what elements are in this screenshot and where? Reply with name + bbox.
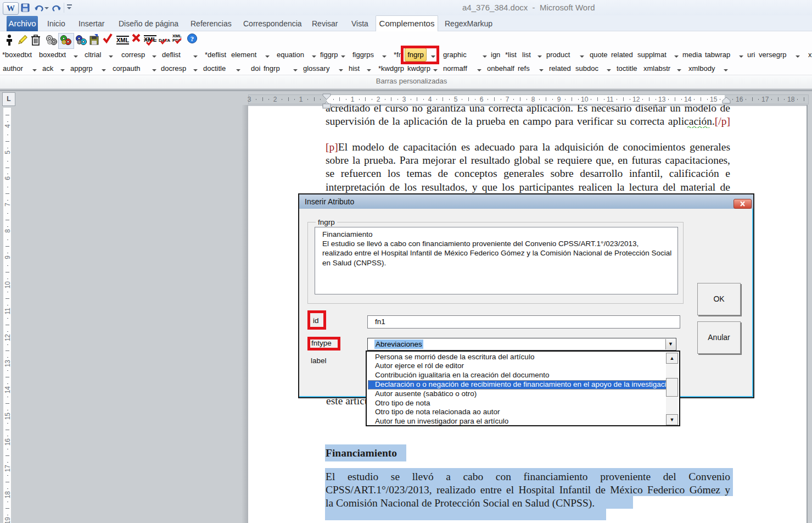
svg-text:?: ? <box>191 35 194 43</box>
